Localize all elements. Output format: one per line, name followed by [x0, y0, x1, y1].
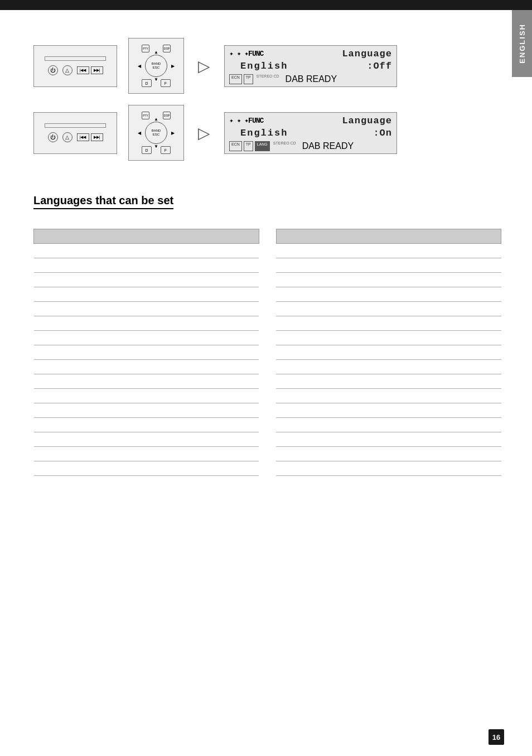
dsp-button: DSP: [163, 45, 171, 52]
col-right-header: [276, 229, 501, 244]
table-row: [276, 374, 501, 389]
dsp-button-2: DSP: [163, 112, 171, 119]
table-row: [34, 389, 259, 403]
nav-buttons-2: |◀◀ ▶▶|: [77, 133, 103, 141]
prev-button-2: |◀◀: [77, 133, 89, 141]
f-button-2: F: [161, 146, 171, 154]
lang-cell: [276, 432, 501, 447]
remote-control-2: PTY DSP BANDESC ◀ ▶ ▲ ▼ D F: [128, 105, 184, 161]
table-row: [34, 345, 259, 360]
table-row: [276, 331, 501, 345]
table-row: [276, 360, 501, 374]
lang-cell: [34, 273, 259, 287]
pty-button: PTY: [142, 45, 149, 52]
lang-cell: [276, 360, 501, 374]
indicators-1: ECN TP STEREO CD DAB READY: [229, 74, 337, 84]
diagram-row-2: ⏻ △ |◀◀ ▶▶| PTY DSP BANDESC ◀ ▶ ▲ ▼: [33, 105, 501, 161]
prev-button: |◀◀: [77, 66, 89, 74]
table-row: [34, 461, 259, 476]
lang-cell: [276, 461, 501, 476]
device-display-line-2: [45, 123, 106, 128]
english-label-1: English: [240, 61, 288, 71]
lang-cell: [34, 447, 259, 461]
display-screen-1: ✦ ✦ ✦FUNC Language English :Off ECN TP S…: [224, 45, 397, 87]
lang-cell: [34, 432, 259, 447]
pty-button-2: PTY: [142, 112, 149, 119]
ecn-indicator: ECN: [229, 74, 242, 84]
indicators-2: ECN TP LANG STEREO CD DAB READY: [229, 141, 354, 151]
table-row: [34, 287, 259, 302]
table-row: [276, 432, 501, 447]
lang-cell: [276, 403, 501, 418]
band-esc-button: BANDESC ◀ ▶ ▲ ▼: [145, 55, 167, 77]
table-row: [34, 360, 259, 374]
lang-cell: [34, 360, 259, 374]
lang-cell: [276, 345, 501, 360]
device-unit-1: ⏻ △ |◀◀ ▶▶|: [33, 45, 117, 87]
table-row: [276, 389, 501, 403]
d-button: D: [142, 79, 152, 87]
lang-cell: [34, 244, 259, 258]
func-arrows-1: ✦ ✦ ✦FUNC: [229, 49, 263, 58]
open-icon: △: [62, 65, 72, 75]
table-row: [276, 345, 501, 360]
nav-buttons: |◀◀ ▶▶|: [77, 66, 103, 74]
display-screen-2: ✦ ✦ ✦FUNC Language English :On ECN TP LA…: [224, 112, 397, 154]
tp-indicator-1: TP: [244, 74, 253, 84]
tp-indicator-2: TP: [244, 141, 253, 151]
lang-cell: [34, 345, 259, 360]
lang-cell: [276, 331, 501, 345]
table-row: [34, 302, 259, 316]
remote-control-1: PTY DSP BANDESC ◀ ▶ ▲ ▼ D F: [128, 38, 184, 94]
section-header: Languages that can be set: [33, 177, 501, 220]
table-row: [34, 244, 259, 258]
lang-cell: [276, 302, 501, 316]
lang-cell: [34, 461, 259, 476]
table-row: [276, 258, 501, 273]
table-row: [276, 461, 501, 476]
next-button-2: ▶▶|: [91, 133, 103, 141]
lang-indicator: LANG: [255, 141, 270, 151]
f-button: F: [161, 79, 171, 87]
display-top-2: ✦ ✦ ✦FUNC Language: [229, 115, 392, 126]
dab-ready-2: DAB READY: [302, 141, 354, 151]
lang-cell: [34, 287, 259, 302]
table-row: [34, 331, 259, 345]
d-button-2: D: [142, 146, 152, 154]
page-number: 16: [489, 729, 504, 745]
next-button: ▶▶|: [91, 66, 103, 74]
open-icon-2: △: [62, 132, 72, 142]
lang-cell: [276, 374, 501, 389]
device-unit-2: ⏻ △ |◀◀ ▶▶|: [33, 112, 117, 154]
side-tab-label: ENGLISH: [518, 23, 526, 64]
main-content: ⏻ △ |◀◀ ▶▶| PTY DSP BANDESC ◀ ▶ ▲ ▼: [0, 10, 532, 493]
arrow-2: ▷: [198, 124, 210, 142]
lang-table-left: [33, 229, 259, 476]
lang-cell: [276, 287, 501, 302]
func-arrows-2: ✦ ✦ ✦FUNC: [229, 116, 263, 125]
arrow-1: ▷: [198, 57, 210, 75]
lang-table-right: [276, 229, 502, 476]
lang-cell: [34, 258, 259, 273]
table-row: [276, 287, 501, 302]
table-row: [276, 273, 501, 287]
ecn-indicator-2: ECN: [229, 141, 242, 151]
device-icons: ⏻ △ |◀◀ ▶▶|: [48, 65, 103, 75]
table-row: [276, 418, 501, 432]
lang-label-2: Language: [342, 115, 392, 126]
stereo-cd-1: STEREO CD: [257, 74, 279, 84]
col-left-header: [34, 229, 259, 244]
device-display-line: [45, 56, 106, 61]
stereo-cd-2: STEREO CD: [273, 141, 296, 151]
lang-cell: [34, 418, 259, 432]
lang-label-1: Language: [342, 49, 392, 59]
table-row: [34, 432, 259, 447]
section-title: Languages that can be set: [33, 194, 173, 209]
lang-cell: [276, 389, 501, 403]
lang-cell: [276, 316, 501, 331]
lang-cell: [276, 258, 501, 273]
english-label-2: English: [240, 128, 288, 138]
power-icon-2: ⏻: [48, 132, 58, 142]
lang-cell: [276, 244, 501, 258]
lang-cell: [276, 273, 501, 287]
